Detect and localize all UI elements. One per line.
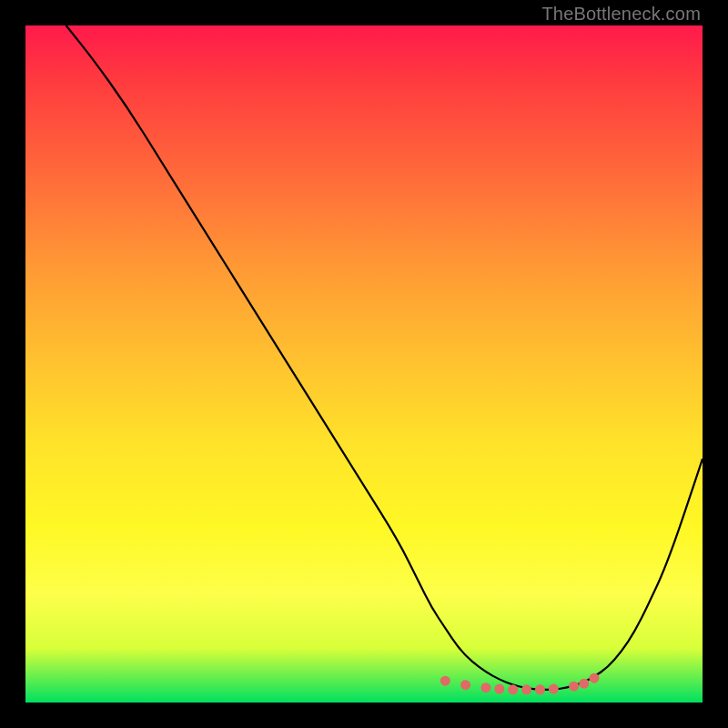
marker-dot [508, 684, 518, 694]
marker-dot [579, 679, 589, 689]
marker-dot [535, 684, 545, 694]
chart-frame: TheBottleneck.com [0, 0, 728, 728]
marker-dot [460, 680, 470, 690]
marker-dot [494, 684, 504, 694]
marker-dot [569, 682, 579, 692]
marker-dot [480, 682, 490, 693]
marker-dot [521, 684, 531, 694]
marker-dot [549, 684, 559, 694]
marker-dot [440, 676, 450, 686]
plot-area [25, 25, 703, 703]
watermark-text: TheBottleneck.com [541, 4, 701, 25]
marker-dot [589, 673, 599, 683]
dots-layer [25, 25, 703, 703]
